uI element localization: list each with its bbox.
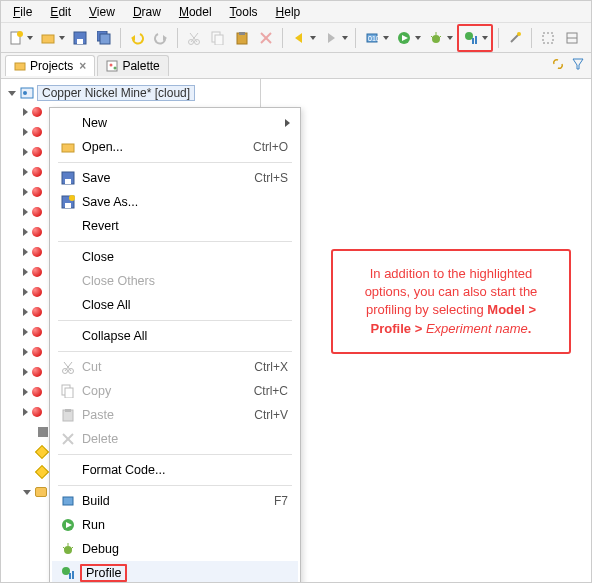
tab-palette[interactable]: Palette	[97, 55, 168, 76]
svg-rect-70	[72, 571, 74, 579]
separator	[58, 485, 292, 486]
menu-view[interactable]: View	[81, 3, 123, 21]
model-icon	[20, 87, 34, 99]
ctx-copy: CopyCtrl+C	[52, 379, 298, 403]
svg-rect-14	[215, 35, 223, 45]
svg-point-50	[69, 195, 75, 201]
expand-toggle[interactable]	[7, 88, 17, 98]
svg-rect-2	[42, 35, 54, 43]
nav-fwd-button[interactable]	[320, 27, 342, 49]
copy-button[interactable]	[207, 27, 229, 49]
ctx-revert[interactable]: Revert	[52, 214, 298, 238]
ctx-run[interactable]: Run	[52, 513, 298, 537]
svg-rect-34	[543, 33, 553, 43]
menu-help[interactable]: Help	[268, 3, 309, 21]
ctx-format-code[interactable]: Format Code...	[52, 458, 298, 482]
ctx-collapse-all[interactable]: Collapse All	[52, 324, 298, 348]
toolbar: 010	[1, 23, 591, 53]
tab-label: Palette	[122, 59, 159, 73]
save-button[interactable]	[69, 27, 91, 49]
annotation-callout: In addition to the highlighted options, …	[331, 249, 571, 354]
ctx-close-all[interactable]: Close All	[52, 293, 298, 317]
build-button[interactable]: 010	[361, 27, 383, 49]
cut-button[interactable]	[183, 27, 205, 49]
profile-toolbar-highlight	[457, 24, 493, 52]
svg-rect-56	[65, 388, 73, 398]
filter-icon[interactable]	[571, 57, 585, 71]
save-as-icon	[58, 195, 78, 209]
separator	[498, 28, 499, 48]
ctx-profile[interactable]: Profile	[52, 561, 298, 583]
separator	[282, 28, 283, 48]
svg-marker-41	[573, 59, 583, 69]
select-button[interactable]	[537, 27, 559, 49]
ctx-paste: PasteCtrl+V	[52, 403, 298, 427]
svg-point-39	[110, 64, 113, 67]
svg-rect-58	[65, 409, 71, 412]
tree-root[interactable]: Copper Nickel Mine* [cloud]	[7, 85, 260, 101]
link-icon[interactable]	[551, 57, 565, 71]
ctx-open[interactable]: Open...Ctrl+O	[52, 135, 298, 159]
delete-button[interactable]	[255, 27, 277, 49]
ctx-close-others: Close Others	[52, 269, 298, 293]
svg-marker-19	[295, 33, 302, 43]
palette-icon	[106, 60, 118, 72]
menubar: File Edit View Draw Model Tools Help	[1, 1, 591, 23]
ctx-save-as[interactable]: Save As...	[52, 190, 298, 214]
svg-rect-61	[63, 497, 73, 505]
menu-tools[interactable]: Tools	[222, 3, 266, 21]
tab-row: Projects × Palette	[1, 53, 591, 79]
svg-rect-37	[15, 63, 25, 70]
redo-button[interactable]	[150, 27, 172, 49]
tab-label: Projects	[30, 59, 73, 73]
ctx-new[interactable]: New	[52, 111, 298, 135]
separator	[58, 241, 292, 242]
separator	[58, 320, 292, 321]
svg-point-43	[23, 91, 27, 95]
copy-icon	[58, 384, 78, 398]
save-icon	[58, 171, 78, 185]
ctx-save[interactable]: SaveCtrl+S	[52, 166, 298, 190]
build-icon	[58, 494, 78, 508]
undo-button[interactable]	[126, 27, 148, 49]
context-menu: New Open...Ctrl+O SaveCtrl+S Save As... …	[49, 107, 301, 583]
tab-close-icon[interactable]: ×	[79, 59, 86, 73]
new-button[interactable]	[5, 27, 27, 49]
projects-icon	[14, 60, 26, 72]
ctx-close[interactable]: Close	[52, 245, 298, 269]
svg-line-27	[431, 36, 433, 38]
run-button[interactable]	[393, 27, 415, 49]
menu-file[interactable]: File	[5, 3, 40, 21]
open-button[interactable]	[37, 27, 59, 49]
wand-button[interactable]	[504, 27, 526, 49]
menu-edit[interactable]: Edit	[42, 3, 79, 21]
svg-text:010: 010	[368, 35, 379, 42]
svg-point-25	[432, 35, 440, 43]
svg-rect-6	[100, 34, 110, 44]
svg-rect-4	[77, 39, 83, 44]
debug-button[interactable]	[425, 27, 447, 49]
save-all-button[interactable]	[93, 27, 115, 49]
cut-icon	[58, 360, 78, 374]
fit-button[interactable]	[561, 27, 583, 49]
svg-point-64	[64, 546, 72, 554]
svg-line-67	[71, 547, 73, 549]
separator	[531, 28, 532, 48]
ctx-debug[interactable]: Debug	[52, 537, 298, 561]
profile-button[interactable]	[460, 27, 482, 49]
menu-draw[interactable]: Draw	[125, 3, 169, 21]
svg-point-68	[62, 567, 70, 575]
separator	[355, 28, 356, 48]
svg-point-40	[114, 67, 117, 70]
svg-rect-16	[239, 32, 245, 35]
nav-back-button[interactable]	[288, 27, 310, 49]
ctx-build[interactable]: BuildF7	[52, 489, 298, 513]
svg-rect-31	[475, 36, 477, 44]
menu-model[interactable]: Model	[171, 3, 220, 21]
ctx-cut: CutCtrl+X	[52, 355, 298, 379]
separator	[58, 162, 292, 163]
delete-icon	[58, 432, 78, 446]
svg-point-1	[17, 31, 23, 37]
paste-button[interactable]	[231, 27, 253, 49]
tab-projects[interactable]: Projects ×	[5, 55, 95, 76]
